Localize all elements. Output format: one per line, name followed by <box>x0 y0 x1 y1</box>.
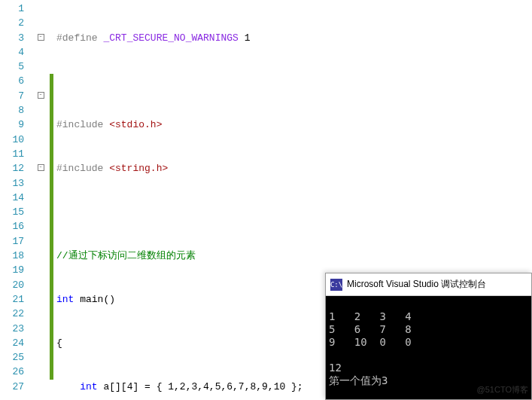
line-number: 20 <box>0 278 24 292</box>
code-line <box>53 74 532 88</box>
line-number: 7 <box>0 89 24 103</box>
fold-cell <box>32 336 50 350</box>
fold-cell <box>32 118 50 132</box>
console-titlebar[interactable]: C:\ Microsoft Visual Studio 调试控制台 <box>326 273 531 296</box>
fold-cell <box>32 205 50 219</box>
fold-cell <box>32 292 50 307</box>
line-number: 4 <box>0 45 24 60</box>
line-number: 13 <box>0 176 24 191</box>
code-line: //通过下标访问二维数组的元素 <box>53 249 532 263</box>
line-number: 8 <box>0 103 24 118</box>
console-line: 12 <box>329 362 342 374</box>
fold-cell <box>32 249 50 263</box>
fold-cell <box>32 191 50 205</box>
line-number: 23 <box>0 322 24 336</box>
line-number: 22 <box>0 307 24 321</box>
line-number: 26 <box>0 365 24 379</box>
console-output[interactable]: 1 2 3 4 5 6 7 8 9 10 0 0 12 第一个值为3 E:\Vi… <box>326 296 531 399</box>
line-number: 25 <box>0 350 24 365</box>
fold-toggle[interactable]: - <box>32 161 50 176</box>
fold-cell <box>32 147 50 161</box>
console-line: 第一个值为3 <box>329 374 388 386</box>
watermark-text: @51CTO博客 <box>477 383 528 396</box>
console-icon: C:\ <box>330 279 342 291</box>
fold-cell <box>32 74 50 88</box>
code-line <box>53 205 532 219</box>
line-number: 18 <box>0 249 24 263</box>
code-line: #include <string.h> <box>53 161 532 176</box>
line-number: 3 <box>0 31 24 45</box>
line-number: 21 <box>0 292 24 307</box>
fold-cell <box>32 103 50 118</box>
fold-cell <box>32 263 50 277</box>
fold-cell <box>32 278 50 292</box>
fold-cell <box>32 16 50 30</box>
fold-cell <box>32 365 50 379</box>
line-number: 12 <box>0 161 24 176</box>
fold-toggle[interactable]: - <box>32 89 50 103</box>
fold-cell <box>32 2 50 16</box>
line-number: 19 <box>0 263 24 277</box>
console-line: 5 6 7 8 <box>329 323 412 335</box>
console-line: 9 10 0 0 <box>329 336 412 348</box>
code-line: #include <stdio.h> <box>53 118 532 132</box>
fold-cell <box>32 322 50 336</box>
line-number: 16 <box>0 219 24 234</box>
fold-cell <box>32 176 50 191</box>
fold-cell <box>32 60 50 74</box>
debug-console-window[interactable]: C:\ Microsoft Visual Studio 调试控制台 1 2 3 … <box>325 273 532 400</box>
line-number: 17 <box>0 234 24 249</box>
line-number: 14 <box>0 191 24 205</box>
fold-cell <box>32 380 50 394</box>
line-number: 11 <box>0 147 24 161</box>
fold-cell <box>32 219 50 234</box>
line-number: 1 <box>0 2 24 16</box>
line-number: 24 <box>0 336 24 350</box>
fold-toggle[interactable]: - <box>32 31 50 45</box>
console-title-text: Microsoft Visual Studio 调试控制台 <box>347 278 486 291</box>
line-number: 15 <box>0 205 24 219</box>
line-number-gutter: 1 2 3 4 5 6 7 8 9 10 11 12 13 14 15 16 1… <box>0 0 32 400</box>
fold-cell <box>32 234 50 249</box>
fold-cell <box>32 307 50 321</box>
line-number: 2 <box>0 16 24 30</box>
line-number: 9 <box>0 118 24 132</box>
line-number: 27 <box>0 380 24 394</box>
fold-cell <box>32 133 50 147</box>
code-line: #define _CRT_SECURE_NO_WARNINGS 1 <box>53 31 532 45</box>
fold-cell <box>32 45 50 60</box>
line-number: 5 <box>0 60 24 74</box>
line-number: 10 <box>0 133 24 147</box>
console-line: 1 2 3 4 <box>329 310 412 322</box>
fold-column: - - - <box>32 0 50 400</box>
line-number: 6 <box>0 74 24 88</box>
fold-cell <box>32 350 50 365</box>
